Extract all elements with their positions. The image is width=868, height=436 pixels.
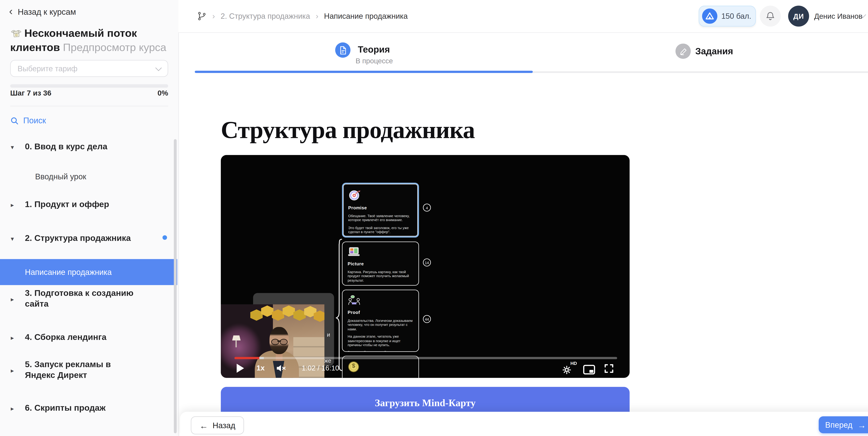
root-card-text-fragment: и	[327, 331, 330, 338]
video-player[interactable]: и же Promise Обещание. Твоё з	[221, 155, 630, 378]
tab-theory-status: В процессе	[355, 57, 393, 65]
mindmap-card-picture: Picture Картина. Рисуешь картину, как тв…	[342, 242, 419, 286]
card-number-badge: 4	[423, 204, 431, 211]
sidebar-module-1[interactable]: ▸ 1. Продукт и оффер	[10, 199, 146, 209]
active-tab-indicator	[195, 71, 533, 73]
git-branch-icon[interactable]	[197, 11, 207, 21]
lamp-stem	[236, 340, 237, 347]
course-sidebar: ‹ Назад к курсам Нескончаемый поток клие…	[0, 0, 179, 436]
search-icon	[10, 116, 19, 125]
search-label: Поиск	[23, 116, 46, 125]
quality-button[interactable]: HD	[562, 362, 577, 375]
forward-button[interactable]: Вперед →	[819, 416, 868, 433]
seek-handle[interactable]	[259, 357, 264, 359]
collapsed-triangle-icon: ▸	[11, 200, 14, 210]
sidebar-module-2[interactable]: ▾ 2. Структура продажника	[10, 232, 168, 243]
sidebar-divider	[10, 106, 168, 106]
breadcrumb-lesson: Написание продажника	[324, 12, 408, 20]
fullscreen-button[interactable]	[604, 364, 614, 373]
mute-icon[interactable]	[276, 364, 286, 373]
mindmap-brace-connector	[336, 239, 342, 371]
notifications-button[interactable]	[760, 6, 781, 27]
user-name[interactable]: Денис Иванов	[814, 0, 863, 32]
sidebar-module-6[interactable]: ▸ 6. Скрипты продаж	[10, 402, 146, 413]
arrow-right-icon: →	[858, 421, 866, 429]
points-logo-icon	[702, 8, 717, 24]
hex-panel	[261, 305, 274, 317]
back-to-courses-label: Назад к курсам	[18, 7, 76, 16]
sidebar-search[interactable]: Поиск	[10, 116, 46, 125]
picture-in-picture-button[interactable]	[583, 365, 595, 374]
tasks-tab-icon[interactable]	[676, 43, 691, 59]
card-number-badge: 44	[423, 315, 431, 323]
playback-speed-button[interactable]: 1x	[256, 364, 265, 372]
sidebar-module-3[interactable]: ▸ 3. Подготовка к созданию сайта	[10, 288, 146, 309]
expanded-triangle-icon: ▾	[11, 142, 14, 153]
unread-dot	[162, 235, 167, 240]
tariff-placeholder: Выберите тариф	[18, 64, 78, 73]
points-badge[interactable]: 150 бал.	[699, 6, 756, 27]
breadcrumb-separator: ›	[212, 11, 215, 20]
sidebar-module-5[interactable]: ▸ 5. Запуск рекламы в Яндекс Директ	[10, 359, 146, 380]
collapsed-triangle-icon: ▸	[11, 333, 14, 343]
tab-tasks[interactable]: Задания	[695, 46, 733, 57]
app-window: ‹ Назад к курсам Нескончаемый поток клие…	[0, 0, 868, 436]
page-title: Структура продажника	[221, 116, 475, 144]
glasses-bridge	[277, 340, 281, 341]
sidebar-module-0[interactable]: ▾ 0. Ввод в курс дела	[10, 141, 146, 152]
pencil-icon	[679, 47, 687, 55]
money-with-wings-icon	[10, 28, 22, 38]
course-title: Нескончаемый поток клиентов Предпросмотр…	[10, 26, 177, 54]
chevron-down-icon	[155, 64, 162, 71]
play-button[interactable]	[237, 364, 244, 373]
target-icon	[348, 188, 413, 201]
people-talking-icon	[348, 295, 413, 306]
card-number-badge: 14	[423, 259, 431, 266]
user-avatar[interactable]: ДИ	[788, 6, 809, 27]
course-subtitle: Предпросмотр курса	[63, 41, 166, 53]
back-button[interactable]: ← Назад	[191, 416, 244, 434]
tab-theory[interactable]: Теория	[358, 45, 390, 55]
mindmap-card-proof: Proof Доказательства. Логически доказыва…	[342, 290, 419, 352]
bell-icon	[766, 11, 775, 21]
glasses-lens	[280, 339, 288, 345]
progress-percent: 0%	[157, 89, 168, 97]
hd-label: HD	[570, 361, 577, 366]
lamp	[232, 335, 241, 340]
back-to-courses-link[interactable]: ‹ Назад к курсам	[9, 7, 76, 16]
laptop-screen-icon	[348, 246, 413, 257]
theory-tab-icon[interactable]	[335, 42, 350, 58]
seek-progress	[235, 357, 259, 359]
arrow-left-icon: ←	[199, 421, 208, 430]
document-icon	[339, 45, 347, 55]
sidebar-lesson-intro[interactable]: Вводный урок	[35, 172, 86, 181]
glasses-lens	[271, 339, 279, 345]
progress-step-label: Шаг 7 из 36	[10, 89, 51, 97]
video-timestamp: 1:02 / 16:10	[302, 364, 339, 372]
video-seekbar[interactable]	[235, 357, 617, 359]
collapsed-triangle-icon: ▸	[11, 365, 14, 376]
lesson-footer-bar: ← Назад Вперед →	[180, 412, 868, 436]
points-value: 150 бал.	[721, 12, 751, 20]
collapsed-triangle-icon: ▸	[11, 403, 14, 414]
tab-track	[533, 71, 868, 73]
tariff-select[interactable]: Выберите тариф	[10, 60, 168, 77]
sidebar-module-4[interactable]: ▸ 4. Сборка лендинга	[10, 331, 146, 342]
progress-row: Шаг 7 из 36 0%	[10, 89, 168, 97]
breadcrumb-separator: ›	[316, 11, 318, 20]
sidebar-lesson-active[interactable]: Написание продажника	[0, 259, 177, 285]
mindmap-card-promise: Promise Обещание. Твоё заявление человек…	[342, 182, 419, 237]
chevron-left-icon: ‹	[9, 7, 13, 15]
sidebar-scrollbar[interactable]	[174, 139, 177, 433]
gear-icon	[562, 365, 571, 374]
dollar-coin-icon: $	[348, 361, 360, 373]
collapsed-triangle-icon: ▸	[11, 294, 14, 305]
expanded-triangle-icon: ▾	[11, 234, 14, 244]
breadcrumb: › 2. Структура продажника › Написание пр…	[197, 0, 408, 32]
breadcrumb-module[interactable]: 2. Структура продажника	[221, 12, 310, 20]
seek-track	[264, 357, 617, 359]
course-progress-bar	[10, 84, 168, 88]
top-header: › 2. Структура продажника › Написание пр…	[178, 0, 868, 33]
